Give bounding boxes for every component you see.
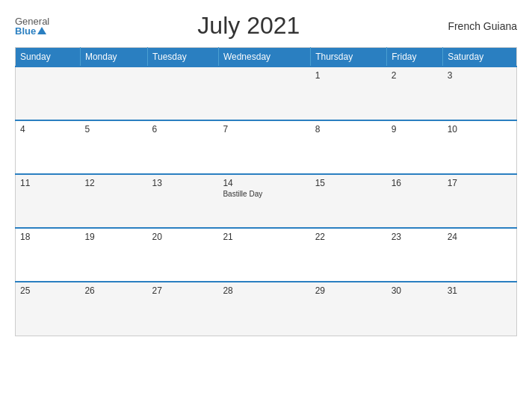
calendar-cell: 13 <box>148 174 219 228</box>
logo: General Blue <box>15 16 49 36</box>
day-number: 31 <box>448 285 512 296</box>
day-number: 7 <box>223 124 306 135</box>
calendar-cell: 25 <box>16 282 81 336</box>
header-wednesday: Wednesday <box>218 48 310 67</box>
calendar-cell: 20 <box>148 228 219 282</box>
calendar-cell: 23 <box>387 228 443 282</box>
day-number: 29 <box>315 285 383 296</box>
calendar-cell: 12 <box>80 174 147 228</box>
header-tuesday: Tuesday <box>148 48 219 67</box>
day-number: 22 <box>315 232 383 242</box>
day-number: 13 <box>152 178 214 188</box>
day-number: 6 <box>152 124 214 135</box>
day-number: 14 <box>223 178 306 188</box>
day-number: 18 <box>20 232 75 242</box>
day-number: 23 <box>392 232 439 242</box>
calendar-cell: 30 <box>387 282 443 336</box>
calendar-cell: 16 <box>387 174 443 228</box>
day-number: 26 <box>84 285 143 296</box>
calendar-cell <box>80 67 147 120</box>
header-saturday: Saturday <box>443 48 517 67</box>
calendar-cell <box>218 67 310 120</box>
calendar-cell: 26 <box>80 282 147 336</box>
weekday-header-row: Sunday Monday Tuesday Wednesday Thursday… <box>16 48 517 67</box>
day-number: 9 <box>392 124 439 135</box>
calendar-cell: 27 <box>148 282 219 336</box>
day-number: 20 <box>152 232 214 242</box>
calendar-cell: 22 <box>311 228 387 282</box>
holiday-label: Bastille Day <box>223 190 306 198</box>
calendar-cell: 19 <box>80 228 147 282</box>
logo-general-text: General <box>15 16 49 26</box>
header-friday: Friday <box>387 48 443 67</box>
calendar-week-row: 123 <box>16 67 517 120</box>
calendar-cell: 15 <box>311 174 387 228</box>
calendar-cell: 6 <box>148 120 219 174</box>
calendar-week-row: 18192021222324 <box>16 228 517 282</box>
calendar-cell: 17 <box>443 174 517 228</box>
day-number: 1 <box>315 70 383 81</box>
calendar-cell: 24 <box>443 228 517 282</box>
header-thursday: Thursday <box>311 48 387 67</box>
day-number: 5 <box>84 124 143 135</box>
calendar-cell: 18 <box>16 228 81 282</box>
calendar-cell: 29 <box>311 282 387 336</box>
header-sunday: Sunday <box>16 48 81 67</box>
header-monday: Monday <box>80 48 147 67</box>
calendar-cell: 21 <box>218 228 310 282</box>
calendar-table: Sunday Monday Tuesday Wednesday Thursday… <box>15 47 517 336</box>
logo-triangle-icon <box>37 27 46 34</box>
day-number: 3 <box>448 70 512 81</box>
day-number: 30 <box>392 285 439 296</box>
day-number: 4 <box>20 124 75 135</box>
calendar-cell: 14Bastille Day <box>218 174 310 228</box>
calendar-cell: 1 <box>311 67 387 120</box>
day-number: 25 <box>20 285 75 296</box>
day-number: 24 <box>448 232 512 242</box>
calendar-container: General Blue July 2021 French Guiana Sun… <box>0 0 532 411</box>
calendar-week-row: 25262728293031 <box>16 282 517 336</box>
calendar-cell: 11 <box>16 174 81 228</box>
calendar-cell <box>148 67 219 120</box>
day-number: 10 <box>448 124 512 135</box>
day-number: 28 <box>223 285 306 296</box>
calendar-cell: 8 <box>311 120 387 174</box>
calendar-cell: 5 <box>80 120 147 174</box>
month-title: July 2021 <box>197 12 300 40</box>
day-number: 19 <box>84 232 143 242</box>
calendar-cell <box>16 67 81 120</box>
day-number: 17 <box>448 178 512 188</box>
day-number: 15 <box>315 178 383 188</box>
calendar-cell: 9 <box>387 120 443 174</box>
calendar-cell: 3 <box>443 67 517 120</box>
calendar-cell: 7 <box>218 120 310 174</box>
day-number: 11 <box>20 178 75 188</box>
calendar-cell: 10 <box>443 120 517 174</box>
calendar-cell: 31 <box>443 282 517 336</box>
calendar-cell: 4 <box>16 120 81 174</box>
calendar-week-row: 45678910 <box>16 120 517 174</box>
region-label: French Guiana <box>448 20 517 32</box>
day-number: 16 <box>392 178 439 188</box>
day-number: 2 <box>392 70 439 81</box>
day-number: 21 <box>223 232 306 242</box>
day-number: 8 <box>315 124 383 135</box>
day-number: 27 <box>152 285 214 296</box>
calendar-week-row: 11121314Bastille Day151617 <box>16 174 517 228</box>
calendar-header: General Blue July 2021 French Guiana <box>15 12 517 40</box>
logo-blue-text: Blue <box>15 26 36 36</box>
calendar-body: 1234567891011121314Bastille Day151617181… <box>16 67 517 336</box>
calendar-cell: 2 <box>387 67 443 120</box>
calendar-cell: 28 <box>218 282 310 336</box>
day-number: 12 <box>84 178 143 188</box>
